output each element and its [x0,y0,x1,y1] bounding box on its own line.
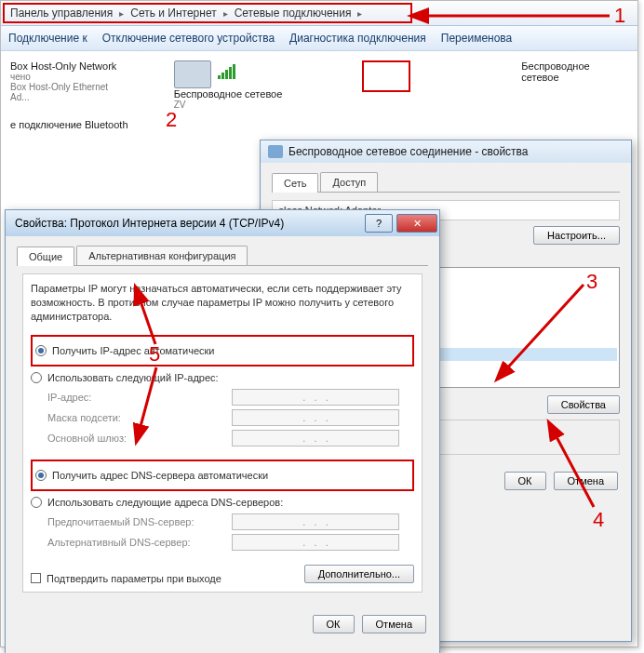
chevron-right-icon: ▸ [119,8,124,19]
connection-name: е подключение Bluetooth [10,119,128,130]
toolbar-item[interactable]: Отключение сетевого устройства [102,32,275,45]
radio-label: Получить адрес DNS-сервера автоматически [52,470,268,481]
radio-icon [31,372,42,383]
toolbar-item[interactable]: Подключение к [8,32,87,45]
radio-icon [31,497,42,508]
connection-item[interactable]: Box Host-Only Network чено Box Host-Only… [10,60,127,110]
dns2-field: Альтернативный DNS-сервер:. . . [47,534,414,551]
svg-line-2 [555,433,594,507]
ip-input[interactable]: . . . [232,409,399,426]
radio-dns-auto[interactable]: Получить адрес DNS-сервера автоматически [35,470,409,481]
ip-input[interactable]: . . . [232,534,399,551]
radio-label: Использовать следующие адреса DNS-сервер… [47,497,283,508]
ok-button[interactable]: ОК [504,472,546,490]
connection-adapter: Box Host-Only Ethernet Ad... [10,82,127,102]
chevron-right-icon: ▸ [223,8,228,19]
network-icon [174,60,211,88]
svg-line-3 [140,299,155,344]
tabstrip: Общие Альтернативная конфигурация [17,246,428,266]
dialog-title: Беспроводное сетевое соединение - свойст… [261,140,631,163]
breadcrumb-item[interactable]: Сетевые подключения [231,5,356,21]
connection-name: Box Host-Only Network [10,60,127,72]
ip-input[interactable]: . . . [232,430,399,446]
tab-general[interactable]: Общие [17,247,74,266]
svg-line-1 [505,285,584,370]
connection-name: Беспроводное сетевое [174,88,283,100]
toolbar: Подключение к Отключение сетевого устрой… [1,26,637,51]
intro-text: Параметры IP могут назначаться автоматич… [31,282,414,324]
annotation-highlight-ip-auto: Получить IP-адрес автоматически [31,335,414,366]
chevron-right-icon: ▸ [357,8,362,19]
breadcrumb-item[interactable]: Сеть и Интернет [127,5,220,21]
connection-ssid: ZV [174,100,283,110]
annotation-number-4: 4 [593,508,604,532]
tab-alternate[interactable]: Альтернативная конфигурация [76,246,248,265]
close-button[interactable]: ✕ [396,214,437,233]
tab-network[interactable]: Сеть [272,173,318,193]
cancel-button[interactable]: Отмена [362,615,426,633]
annotation-arrow-4 [547,428,603,513]
dns1-field: Предпочитаемый DNS-сервер:. . . [47,513,414,530]
connection-item[interactable]: Беспроводное сетевое [521,60,628,110]
annotation-number-3: 3 [586,270,597,294]
annotation-highlight-dns-auto: Получить адрес DNS-сервера автоматически [31,460,414,491]
network-icon [268,145,283,158]
radio-icon [35,345,47,356]
dialog-title-text: Беспроводное сетевое соединение - свойст… [288,145,529,158]
help-button[interactable]: ? [365,214,393,233]
signal-bars-icon [218,64,236,79]
ip-input[interactable]: . . . [232,513,399,530]
radio-ip-manual[interactable]: Использовать следующий IP-адрес: [31,372,414,383]
radio-ip-auto[interactable]: Получить IP-адрес автоматически [35,345,409,356]
tabstrip: Сеть Доступ [272,172,620,193]
connection-status: чено [10,72,127,82]
checkbox-icon [31,573,41,583]
annotation-arrow-1 [419,7,614,26]
dialog-titlebar: Свойства: Протокол Интернета версии 4 (T… [6,210,439,236]
subnet-mask-field: Маска подсети:. . . [47,409,414,426]
ip-input[interactable]: . . . [232,389,399,406]
ip-address-field: IP-адрес:. . . [47,389,414,406]
advanced-button[interactable]: Дополнительно... [304,565,414,583]
gateway-field: Основной шлюз:. . . [47,430,414,446]
connection-name: Беспроводное сетевое [521,60,628,83]
toolbar-item[interactable]: Переименова [441,32,513,45]
annotation-number-1: 1 [614,4,625,28]
configure-button[interactable]: Настроить... [533,226,620,245]
ok-button[interactable]: ОК [313,615,355,633]
dialog-title-text: Свойства: Протокол Интернета версии 4 (T… [6,217,284,230]
tab-access[interactable]: Доступ [320,172,378,192]
radio-dns-manual[interactable]: Использовать следующие адреса DNS-сервер… [31,497,414,508]
annotation-number-2: 2 [166,108,177,132]
confirm-checkbox-row[interactable]: Подтвердить параметры при выходе [31,573,221,584]
properties-button[interactable]: Свойства [547,395,620,414]
annotation-highlight-2 [362,60,410,92]
ipv4-properties-dialog: Свойства: Протокол Интернета версии 4 (T… [5,209,440,653]
radio-icon [35,470,47,481]
annotation-number-5: 5 [149,342,160,366]
connection-item[interactable]: е подключение Bluetooth [10,119,128,130]
breadcrumb-item[interactable]: Панель управления [7,5,116,21]
checkbox-label: Подтвердить параметры при выходе [47,573,221,584]
annotation-arrow-3 [498,277,591,381]
svg-line-4 [140,367,156,430]
annotation-arrow-5b [132,363,169,439]
connection-item[interactable]: Беспроводное сетевое ZV [174,60,345,110]
toolbar-item[interactable]: Диагностика подключения [289,32,426,45]
